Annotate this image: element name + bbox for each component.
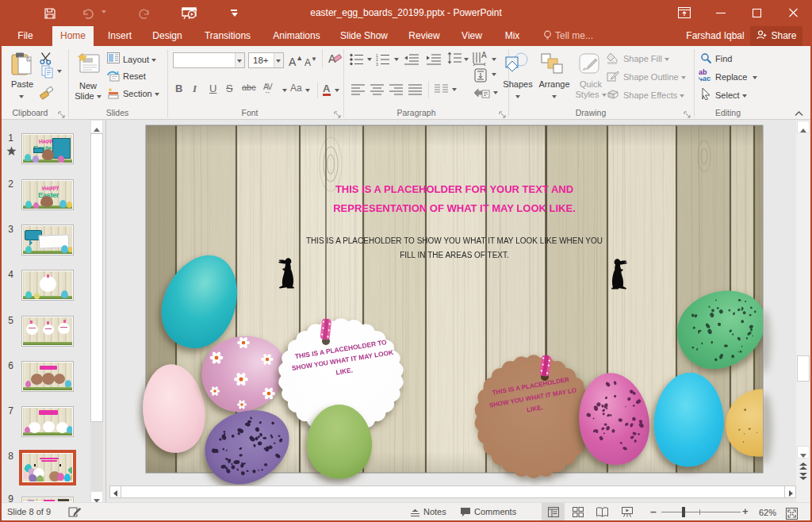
svg-text:3: 3 <box>376 62 378 67</box>
svg-text:A: A <box>481 51 487 59</box>
